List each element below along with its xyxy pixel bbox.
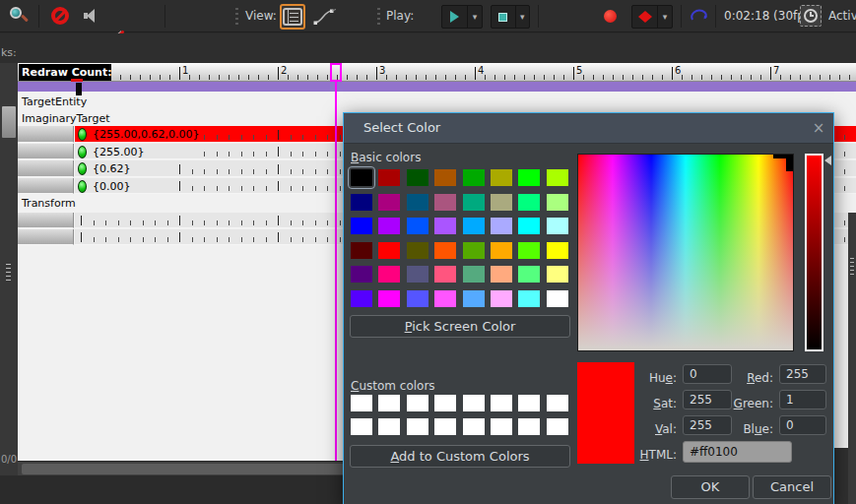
basic-color-swatch[interactable] [434,266,456,283]
basic-color-swatch[interactable] [491,194,512,211]
cancel-button[interactable]: Cancel [753,475,831,499]
basic-color-swatch[interactable] [351,266,372,283]
basic-color-swatch[interactable] [407,169,428,186]
red-seek-dropdown-arrow[interactable]: ▾ [658,12,672,22]
basic-color-swatch[interactable] [378,242,400,259]
basic-color-swatch[interactable] [491,242,512,259]
time-cursor-line[interactable] [335,82,337,461]
basic-color-swatch[interactable] [434,218,456,234]
speaker-icon[interactable] [81,5,102,27]
custom-color-swatch[interactable] [463,395,485,411]
basic-color-swatch[interactable] [518,169,540,186]
basic-color-swatch[interactable] [463,218,485,234]
basic-color-swatch[interactable] [407,218,428,234]
basic-color-swatch[interactable] [378,290,400,307]
red-seek-button[interactable] [632,6,658,28]
basic-color-swatch[interactable] [378,218,400,234]
stop-dropdown-arrow[interactable]: ▾ [516,12,529,22]
right-panel-drag-handle[interactable] [850,258,854,276]
param-row-button[interactable] [18,160,74,177]
play-dropdown-arrow[interactable]: ▾ [468,12,482,22]
close-icon[interactable]: × [810,118,827,138]
custom-color-swatch[interactable] [434,418,456,435]
custom-color-swatch[interactable] [491,395,512,411]
basic-color-swatch[interactable] [351,290,372,307]
record-icon[interactable] [604,10,617,23]
basic-color-swatch[interactable] [547,169,568,186]
param-row-button[interactable] [18,213,74,228]
ok-button[interactable]: OK [671,475,750,499]
basic-color-swatch[interactable] [491,290,512,307]
custom-color-swatch[interactable] [518,395,540,411]
view-list-mode-button[interactable] [280,4,305,30]
gutter-drag-handle[interactable] [6,264,11,282]
keyframe-bar[interactable] [18,82,856,92]
toolbar-grip-handle[interactable] [235,8,238,25]
stop-button-group[interactable]: ▾ [491,5,530,29]
html-input[interactable] [683,441,792,463]
gutter-button[interactable] [2,106,16,138]
green-input[interactable] [779,390,826,410]
hue-saturation-picker[interactable] [577,154,794,351]
basic-color-swatch[interactable] [518,194,540,211]
basic-color-swatch[interactable] [407,290,428,307]
dialog-titlebar[interactable]: Select Color × [344,113,833,144]
basic-color-swatch[interactable] [351,218,372,234]
clock-button[interactable] [800,5,822,27]
custom-color-swatch[interactable] [407,395,428,411]
basic-color-swatch[interactable] [547,242,568,259]
time-ruler[interactable]: 1234567 [18,63,856,82]
basic-color-swatch[interactable] [518,218,540,234]
basic-color-swatch[interactable] [434,290,456,307]
custom-color-swatch[interactable] [407,418,428,435]
basic-color-swatch[interactable] [378,169,400,186]
custom-color-swatch[interactable] [518,418,540,435]
custom-color-swatch[interactable] [547,418,568,435]
keyframe-ellipse-icon[interactable] [78,128,87,141]
basic-color-swatch[interactable] [351,242,372,259]
basic-color-swatch[interactable] [491,218,512,234]
basic-color-swatch[interactable] [491,266,512,283]
param-row-button[interactable] [18,144,74,159]
value-slider[interactable] [805,154,823,351]
view-curves-mode-button[interactable] [313,7,337,31]
basic-color-swatch[interactable] [463,266,485,283]
basic-color-swatch[interactable] [518,290,540,307]
custom-color-swatch[interactable] [434,395,456,411]
basic-color-swatch[interactable] [434,194,456,211]
basic-color-swatch[interactable] [434,242,456,259]
keyframe-ellipse-icon[interactable] [78,180,87,193]
toolbar-grip-handle[interactable] [377,8,380,25]
keyframe-ellipse-icon[interactable] [78,146,87,158]
basic-color-swatch[interactable] [463,290,485,307]
time-cursor-handle[interactable] [330,63,342,82]
basic-color-swatch[interactable] [351,194,372,211]
basic-color-swatch[interactable] [407,266,428,283]
add-to-custom-colors-button[interactable]: Add to Custom Colors [350,445,570,468]
basic-color-swatch[interactable] [463,242,485,259]
rerender-swoosh-icon[interactable] [689,6,710,30]
play-button-group[interactable]: ▾ [441,5,483,29]
custom-color-swatch[interactable] [378,395,400,411]
param-row-button[interactable] [18,126,74,143]
basic-color-swatch[interactable] [463,194,485,211]
basic-color-swatch[interactable] [407,242,428,259]
basic-color-swatch[interactable] [491,169,512,186]
timetrack-group-row[interactable]: TargetEntity [18,94,856,110]
param-row-button[interactable] [18,229,74,245]
red-input[interactable] [779,364,826,384]
stop-button[interactable] [492,6,516,28]
zoom-find-icon[interactable] [7,4,31,28]
basic-color-swatch[interactable] [547,194,568,211]
red-seek-button-group[interactable]: ▾ [631,5,673,29]
basic-color-swatch[interactable] [378,266,400,283]
basic-color-swatch[interactable] [463,169,485,186]
value-slider-arrow[interactable] [824,156,831,165]
basic-color-swatch[interactable] [407,194,428,211]
custom-color-swatch[interactable] [547,395,568,411]
no-entry-icon[interactable] [49,5,71,27]
custom-color-swatch[interactable] [378,418,400,435]
basic-color-swatch[interactable] [378,194,400,211]
pick-screen-color-button[interactable]: Pick Screen Color [350,315,570,338]
basic-color-swatch[interactable] [351,169,372,186]
